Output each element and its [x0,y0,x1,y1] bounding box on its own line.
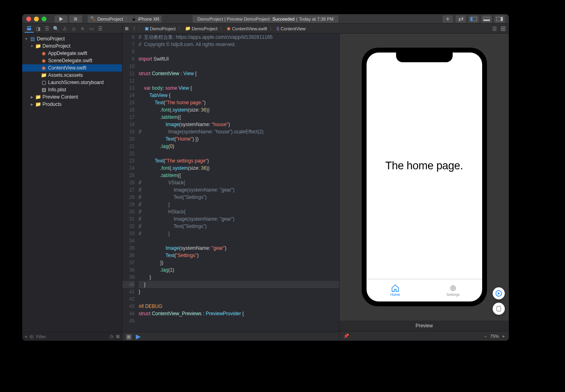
crumb-2[interactable]: ◉ContentView.swift [227,26,267,31]
preview-canvas[interactable]: The home page. Home Settings [339,34,509,320]
report-navigator-tab[interactable]: ☰ [96,25,105,33]
filter-scope-icon[interactable]: ◎ [30,334,34,339]
test-navigator-tab[interactable]: ◇ [69,25,78,33]
tab-bar: Home Settings [367,279,482,301]
scheme-selector[interactable]: 🔨 DemoProject 〉 📱 iPhone XR [88,15,162,23]
activity-viewer[interactable]: DemoProject | Preview DemoProject: Succe… [193,15,339,23]
crumb-3[interactable]: SContentView [276,26,306,31]
tab-settings-label: Settings [447,293,460,297]
tree-item-demoproject[interactable]: ▼▤DemoProject [22,35,122,42]
toggle-debug-button[interactable] [481,15,492,23]
live-preview-button[interactable] [493,287,505,299]
code-review-button[interactable]: ⇄ [455,15,466,23]
add-target-icon[interactable]: + [25,334,27,339]
scheme-device: iPhone XR [138,17,160,21]
toggle-inspectors-button[interactable] [494,15,505,23]
back-button[interactable]: 〈 [131,25,135,32]
xcode-window: 🔨 DemoProject 〉 📱 iPhone XR DemoProject … [22,14,509,341]
toggle-navigator-button[interactable] [468,15,479,23]
preview-label: Preview [339,320,509,331]
tab-bar-row: ◨ ☰ 🔍 ⚠ ◇ ≡ ▭ ☰ ⊞ 〈 〉 ▣DemoProject 〉 📁De… [22,24,509,34]
scm-filter-icon[interactable]: ⊠ [116,334,120,339]
pin-preview-icon[interactable]: 📌 [344,333,349,339]
debug-navigator-tab[interactable]: ≡ [78,25,87,33]
tab-home[interactable]: Home [367,279,424,301]
svg-rect-6 [501,17,503,21]
device-settings-button[interactable] [493,303,505,315]
status-prefix: DemoProject | Preview DemoProject: [198,17,271,21]
navigator-filter-bar: + ◎ ◷ ⊠ [22,332,122,341]
preview-float-buttons [493,287,505,315]
minimize-button[interactable] [34,17,39,21]
titlebar: 🔨 DemoProject 〉 📱 iPhone XR DemoProject … [22,14,509,24]
device-icon: 📱 [131,16,137,21]
svg-point-8 [452,287,454,289]
run-button[interactable] [55,15,67,23]
source-control-tab[interactable]: ◨ [34,25,42,33]
notch [396,53,453,62]
project-navigator: ▼▤DemoProject▼📁DemoProject◉AppDelegate.s… [22,34,122,341]
tree-item-info-plist[interactable]: ▤Info.plist [22,86,122,93]
scheme-app: DemoProject [97,17,123,21]
tree-item-demoproject[interactable]: ▼📁DemoProject [22,42,122,50]
tree-item-scenedelegate-swift[interactable]: ◉SceneDelegate.swift [22,57,122,64]
recent-filter-icon[interactable]: ◷ [110,334,114,339]
main-body: ▼▤DemoProject▼📁DemoProject◉AppDelegate.s… [22,34,509,341]
preview-toolbar: 📌 − 75% + [339,331,509,341]
code-area[interactable]: 6789101112131415161718192021222324252627… [122,34,339,332]
zoom-level: 75% [490,334,499,339]
breakpoint-navigator-tab[interactable]: ▭ [87,25,96,33]
issue-navigator-tab[interactable]: ⚠ [60,25,69,33]
find-navigator-tab[interactable]: 🔍 [51,25,60,33]
crumb-0[interactable]: ▣DemoProject [145,26,176,31]
symbol-navigator-tab[interactable]: ☰ [42,25,51,33]
tree-item-assets-xcassets[interactable]: 📁Assets.xcassets [22,72,122,79]
svg-rect-0 [74,17,77,21]
zoom-in-button[interactable]: + [502,334,505,339]
project-navigator-tab[interactable] [25,25,34,33]
filter-input[interactable] [36,334,107,339]
code-lines[interactable]: // 互动教程合集: https://apps.apple.com/cn/app… [139,34,339,332]
toggle-debug-area-icon[interactable]: ▣ [126,333,132,340]
adjust-editor-icon[interactable]: ≣ [492,25,497,32]
tree-item-products[interactable]: ▶📁Products [22,101,122,108]
tree-item-contentview-swift[interactable]: ◉ContentView.swift [22,64,122,72]
navigator-tabs: ◨ ☰ 🔍 ⚠ ◇ ≡ ▭ ☰ [22,24,122,33]
tab-settings[interactable]: Settings [424,279,482,301]
svg-rect-10 [497,306,501,311]
preview-panel: The home page. Home Settings [339,34,509,341]
add-editor-icon[interactable]: ⊞ [500,25,506,32]
stop-button[interactable] [69,15,82,23]
tree-item-launchscreen-storyboard[interactable]: ▢LaunchScreen.storyboard [22,79,122,86]
gear-icon [449,285,457,292]
tree-item-preview-content[interactable]: ▶📁Preview Content [22,93,122,101]
tab-home-label: Home [390,293,400,297]
file-tree[interactable]: ▼▤DemoProject▼📁DemoProject◉AppDelegate.s… [22,34,122,332]
device-screen: The home page. Home Settings [367,53,482,301]
fullscreen-button[interactable] [42,17,46,21]
status-result: Succeeded [272,17,295,21]
line-gutter: 6789101112131415161718192021222324252627… [122,34,139,332]
source-editor: 6789101112131415161718192021222324252627… [122,34,339,341]
house-icon [391,285,399,292]
tree-item-appdelegate-swift[interactable]: ◉AppDelegate.swift [22,50,122,57]
debug-bar: ▣ ▶ [122,332,339,341]
status-sep: | [296,17,297,21]
forward-button[interactable]: 〉 [138,25,142,32]
close-button[interactable] [26,17,31,21]
svg-rect-2 [470,17,472,21]
scheme-separator: 〉 [125,16,129,22]
related-items-icon[interactable]: ⊞ [125,26,129,31]
app-icon: 🔨 [90,16,96,21]
phone-content: The home page. [367,53,482,279]
plus-button[interactable]: + [443,15,453,23]
breakpoint-toggle-icon[interactable]: ▶ [136,333,141,340]
svg-rect-4 [483,19,490,21]
status-time: Today at 7:39 PM [299,17,334,21]
content-text: The home page. [385,160,463,172]
zoom-out-button[interactable]: − [484,334,487,339]
jump-bar[interactable]: ⊞ 〈 〉 ▣DemoProject 〉 📁DemoProject 〉 ◉Con… [122,24,487,33]
device-frame: The home page. Home Settings [362,48,487,306]
window-controls [26,17,46,21]
crumb-1[interactable]: 📁DemoProject [185,26,218,31]
